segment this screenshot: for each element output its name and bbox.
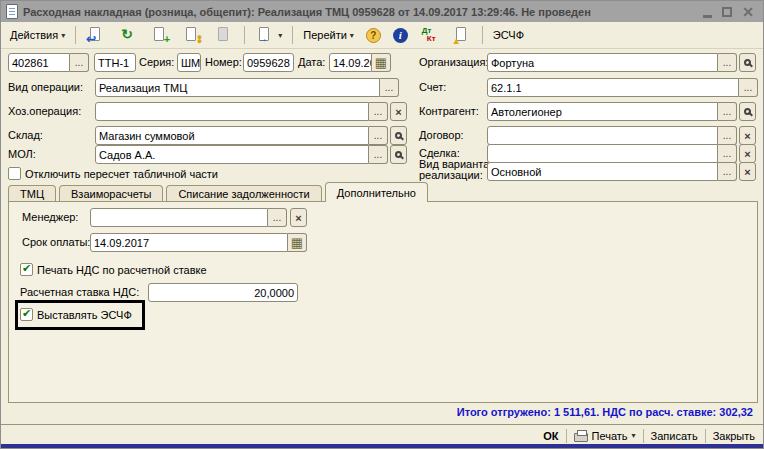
- save-button[interactable]: Записать: [651, 430, 698, 442]
- reread-icon: ↩: [86, 25, 106, 45]
- checkbox-label: Отключить пересчет табличной части: [25, 168, 218, 180]
- unpost-document-button[interactable]: [209, 24, 239, 46]
- totals-text: Итого отгружено: 1 511,61. НДС по расч. …: [457, 406, 753, 418]
- ellipsis-button[interactable]: ...: [718, 162, 737, 181]
- doc-code-field[interactable]: 402861 ...: [8, 53, 89, 72]
- toolbar-separator: [292, 26, 293, 44]
- magnifier-icon: [395, 132, 402, 139]
- ellipsis-button[interactable]: ...: [369, 145, 388, 164]
- magnifier-icon: [744, 59, 751, 66]
- business-operation-field[interactable]: ...: [95, 102, 388, 121]
- payment-due-field[interactable]: 14.09.2017 ▦: [90, 233, 307, 252]
- disable-recalc-checkbox[interactable]: Отключить пересчет табличной части: [8, 167, 218, 180]
- organization-label: Организация:: [419, 56, 488, 68]
- number-field[interactable]: 0959628: [243, 53, 294, 72]
- create-on-basis-button[interactable]: → ▾: [250, 24, 287, 46]
- reread-button[interactable]: ↩: [81, 24, 111, 46]
- chevron-down-icon: ▾: [278, 31, 282, 40]
- info-button[interactable]: i: [388, 24, 413, 46]
- contract-clear-button[interactable]: ×: [739, 126, 756, 145]
- document-icon: [6, 4, 18, 19]
- realization-variant-field[interactable]: Основной ...: [487, 162, 737, 181]
- form-code-field[interactable]: ТТН-1: [94, 53, 136, 72]
- ellipsis-button[interactable]: ...: [369, 102, 388, 121]
- date-field[interactable]: 14.09.2017 ▦: [329, 53, 391, 72]
- ellipsis-button[interactable]: ...: [718, 144, 737, 163]
- close-window-button[interactable]: Закрыть: [713, 430, 755, 442]
- ellipsis-button[interactable]: ...: [369, 126, 388, 145]
- counterparty-label: Контрагент:: [419, 105, 479, 117]
- issue-eschf-checkbox[interactable]: Выставлять ЭСЧФ: [20, 308, 132, 321]
- bottom-strip: [1, 444, 763, 448]
- button-separator: [705, 429, 706, 443]
- maximize-button[interactable]: [722, 7, 732, 17]
- refresh-button[interactable]: ↻: [113, 24, 143, 46]
- toolbar-separator: [75, 26, 76, 44]
- ellipsis-button[interactable]: ...: [70, 53, 89, 72]
- go-button[interactable]: Перейти ▾: [298, 24, 359, 46]
- ellipsis-button[interactable]: ...: [718, 126, 737, 145]
- button-separator: [643, 429, 644, 443]
- manager-clear-button[interactable]: ×: [290, 208, 307, 227]
- calendar-button[interactable]: ▦: [372, 53, 391, 72]
- help-icon: ?: [366, 28, 381, 43]
- warehouse-field[interactable]: Магазин суммовой ...: [95, 126, 388, 145]
- close-button[interactable]: ✕: [742, 5, 754, 19]
- eschf-report-button[interactable]: ▲: [447, 24, 477, 46]
- ellipsis-button[interactable]: ...: [718, 53, 737, 72]
- tab-vzaimoraschety[interactable]: Взаиморасчеты: [59, 185, 163, 202]
- info-icon: i: [393, 28, 408, 43]
- calendar-button[interactable]: ▦: [288, 233, 307, 252]
- mol-label: МОЛ:: [8, 148, 36, 160]
- counterparty-field[interactable]: Автолегионер ...: [487, 102, 737, 121]
- mol-lookup-button[interactable]: [390, 145, 407, 164]
- ok-button[interactable]: ОК: [543, 430, 558, 442]
- contract-field[interactable]: ...: [487, 126, 737, 145]
- actions-button[interactable]: Действия ▾: [5, 24, 70, 46]
- number-label: Номер:: [205, 56, 242, 68]
- business-operation-clear-button[interactable]: ×: [390, 102, 407, 121]
- tab-tmc[interactable]: ТМЦ: [8, 185, 56, 202]
- checkbox-box[interactable]: [20, 308, 33, 321]
- organization-lookup-button[interactable]: [739, 53, 756, 72]
- tab-spisanie-zadolzhennosti[interactable]: Списание задолженности: [166, 185, 321, 202]
- series-field[interactable]: ШМ: [177, 53, 201, 72]
- post-document-button[interactable]: ●: [177, 24, 207, 46]
- manager-label: Менеджер:: [22, 211, 78, 223]
- realization-variant-clear-button[interactable]: ×: [739, 162, 756, 181]
- account-field[interactable]: 62.1.1 ...: [487, 78, 758, 97]
- dtkt-button[interactable]: ДтКт: [415, 24, 445, 46]
- ellipsis-button[interactable]: ...: [739, 78, 758, 97]
- minimize-button[interactable]: [703, 15, 712, 18]
- deal-field[interactable]: ...: [487, 144, 737, 163]
- ellipsis-button[interactable]: ...: [380, 78, 399, 97]
- ellipsis-button[interactable]: ...: [718, 102, 737, 121]
- organization-field[interactable]: Фортуна ...: [487, 53, 737, 72]
- document-window: Расходная накладная (розница, общепит): …: [0, 0, 764, 449]
- details-tab-panel: Менеджер: ... × Срок оплаты: 14.09.2017 …: [8, 201, 758, 403]
- deal-clear-button[interactable]: ×: [739, 144, 756, 163]
- print-vat-checkbox[interactable]: Печать НДС по расчетной ставке: [20, 263, 207, 276]
- checkbox-box[interactable]: [20, 263, 33, 276]
- counterparty-lookup-button[interactable]: [739, 102, 756, 121]
- operation-kind-field[interactable]: Реализация ТМЦ ...: [95, 78, 399, 97]
- post-document-icon: ●: [182, 25, 202, 45]
- payment-due-label: Срок оплаты:: [22, 236, 90, 248]
- chevron-down-icon: ▾: [61, 31, 65, 40]
- ellipsis-button[interactable]: ...: [268, 208, 287, 227]
- copy-new-button[interactable]: +: [145, 24, 175, 46]
- business-operation-label: Хоз.операция:: [8, 105, 81, 117]
- help-button[interactable]: ?: [361, 24, 386, 46]
- account-label: Счет:: [419, 81, 446, 93]
- eschf-button[interactable]: ЭСЧФ: [488, 24, 529, 46]
- printer-icon: [574, 433, 588, 442]
- vat-rate-field[interactable]: 20,0000: [148, 283, 298, 302]
- checkbox-box[interactable]: [8, 167, 21, 180]
- date-label: Дата:: [298, 56, 325, 68]
- manager-field[interactable]: ...: [90, 208, 287, 227]
- print-button[interactable]: Печать ▾: [574, 430, 636, 442]
- tab-dopolnitelno[interactable]: Дополнительно: [325, 182, 428, 202]
- window-controls: ✕: [703, 5, 758, 19]
- mol-field[interactable]: Садов А.А. ...: [95, 145, 388, 164]
- warehouse-lookup-button[interactable]: [390, 126, 407, 145]
